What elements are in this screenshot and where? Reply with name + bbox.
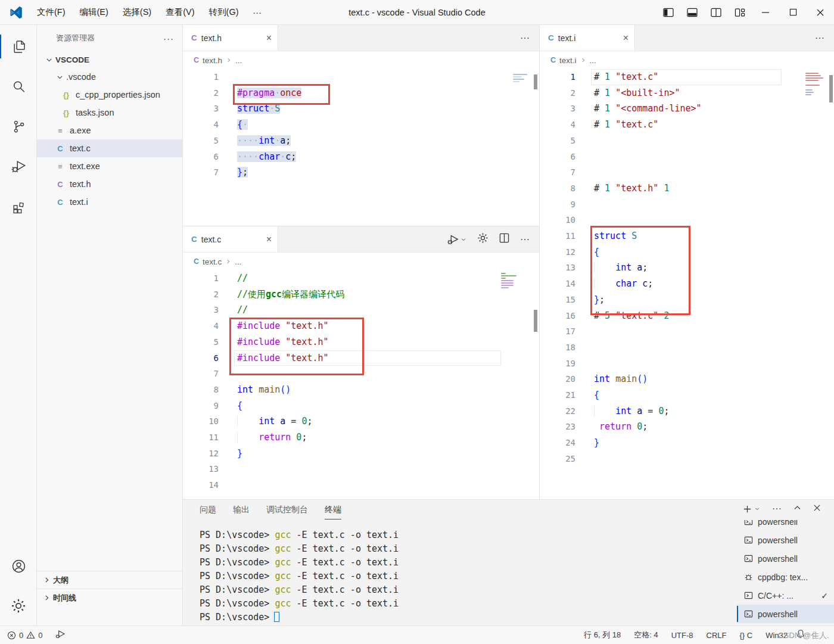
editor-more-actions-icon[interactable]: ··· (520, 234, 530, 245)
panel-more-actions-icon[interactable]: ··· (772, 503, 782, 514)
code-line[interactable]: 11 return 0; (183, 430, 539, 446)
code-line[interactable]: 3// (183, 302, 539, 318)
account-icon[interactable] (0, 549, 37, 583)
split-editor-icon[interactable] (499, 233, 509, 245)
close-button[interactable] (807, 0, 834, 25)
settings-icon[interactable] (0, 589, 37, 623)
code-line[interactable]: 6#include "text.h" (183, 350, 539, 366)
tab-text-h[interactable]: C text.h × (183, 25, 278, 51)
panel-tab-终端[interactable]: 终端 (325, 505, 341, 519)
debug-status-icon[interactable] (54, 629, 66, 641)
close-tab-icon[interactable]: × (266, 234, 272, 245)
status-item[interactable]: Win32 (765, 631, 788, 640)
search-icon[interactable] (0, 70, 37, 103)
code-line[interactable]: 4{· (183, 117, 539, 133)
code-line[interactable]: 13 int a; (540, 260, 834, 276)
code-line[interactable]: 9 (540, 197, 834, 213)
scrollbar[interactable] (534, 74, 537, 89)
code-line[interactable]: 4#include "text.h" (183, 318, 539, 334)
tree-item-text.h[interactable]: Ctext.h (37, 175, 182, 193)
code-line[interactable]: 3# 1 "<command-line>" (540, 101, 834, 117)
minimap[interactable] (501, 273, 518, 288)
code-line[interactable]: 4# 1 "text.c" (540, 117, 834, 133)
close-tab-icon[interactable]: × (623, 33, 628, 43)
code-line[interactable]: 5 (540, 133, 834, 149)
code-line[interactable]: 8# 1 "text.h" 1 (540, 181, 834, 197)
menu-item[interactable]: 文件(F) (30, 4, 73, 21)
new-terminal-icon[interactable] (743, 505, 760, 514)
terminal-output[interactable]: PS D:\vscode> gcc -E text.c -o text.iPS … (200, 528, 732, 623)
explorer-more-icon[interactable]: ··· (163, 33, 174, 43)
source-control-icon[interactable] (0, 110, 37, 143)
tree-item-text.c[interactable]: Ctext.c (37, 139, 182, 157)
code-line[interactable]: 1 (183, 69, 539, 85)
tree-item-.vscode[interactable]: .vscode (37, 68, 182, 86)
menu-item[interactable]: ··· (245, 5, 269, 20)
tree-root-vscode[interactable]: VSCODE (37, 51, 182, 68)
tree-item-text.i[interactable]: Ctext.i (37, 193, 182, 211)
close-tab-icon[interactable]: × (266, 33, 272, 43)
code-line[interactable]: 12} (183, 446, 539, 462)
code-line[interactable]: 13 (183, 461, 539, 477)
extensions-icon[interactable] (0, 189, 37, 223)
code-line[interactable]: 7 (183, 366, 539, 382)
status-item[interactable]: CRLF (707, 631, 727, 640)
problems-status[interactable]: 0 0 (7, 631, 42, 640)
scrollbar[interactable] (534, 310, 537, 332)
scrollbar[interactable] (829, 75, 833, 102)
minimap[interactable] (805, 73, 823, 95)
code-line[interactable]: 7}; (183, 164, 539, 181)
editor-more-actions-icon[interactable]: ··· (815, 33, 824, 43)
code-line[interactable]: 10 (540, 212, 834, 228)
code-line[interactable]: 25 (540, 451, 834, 467)
code-line[interactable]: 11struct S (540, 228, 834, 244)
run-debug-file-icon[interactable] (446, 234, 466, 245)
tab-text-i[interactable]: C text.i × (540, 25, 635, 51)
code-line[interactable]: 1# 1 "text.c" (540, 69, 834, 85)
code-line[interactable]: 3struct·S (183, 101, 539, 117)
minimap[interactable] (513, 74, 530, 82)
toggle-panel-icon[interactable] (680, 4, 704, 21)
code-line[interactable]: 5····int·a; (183, 133, 539, 149)
tree-item-c-cpp-properties.json[interactable]: {}c_cpp_properties.json (37, 86, 182, 104)
terminal-list-item-powershell[interactable]: powershell (737, 531, 834, 549)
run-debug-icon[interactable] (0, 150, 37, 183)
minimize-button[interactable] (752, 0, 779, 25)
notifications-bell-icon[interactable] (796, 629, 805, 640)
explorer-icon[interactable] (0, 30, 37, 63)
code-line[interactable]: 6····char·c; (183, 149, 539, 165)
terminal-list-item-powershell[interactable]: powershell (737, 520, 834, 531)
breadcrumb[interactable]: C text.h ... (183, 51, 539, 69)
maximize-button[interactable] (779, 0, 807, 25)
code-line[interactable]: 15}; (540, 292, 834, 308)
status-item[interactable]: 行 6, 列 18 (584, 630, 621, 640)
panel-tab-调试控制台[interactable]: 调试控制台 (266, 505, 308, 519)
tree-item-a.exe[interactable]: ≡a.exe (37, 122, 182, 139)
terminal-list-item-cppdbg-tex-[interactable]: cppdbg: tex... (737, 568, 834, 586)
breadcrumb[interactable]: C text.c ... (183, 253, 539, 270)
code-line[interactable]: 14 char c; (540, 276, 834, 292)
menu-item[interactable]: 选择(S) (116, 4, 158, 21)
code-line[interactable]: 5#include "text.h" (183, 334, 539, 350)
close-panel-icon[interactable] (813, 503, 821, 514)
code-line[interactable]: 23 return 0; (540, 419, 834, 435)
code-line[interactable]: 24} (540, 435, 834, 451)
code-line[interactable]: 21{ (540, 387, 834, 403)
code-line[interactable]: 1// (183, 270, 539, 287)
editor-more-actions-icon[interactable]: ··· (520, 33, 530, 43)
maximize-panel-icon[interactable] (793, 503, 801, 514)
sidebar-section-时间线[interactable]: 时间线 (37, 589, 182, 606)
code-line[interactable]: 12{ (540, 244, 834, 260)
status-item[interactable]: 空格: 4 (634, 630, 658, 640)
code-line[interactable]: 17 (540, 323, 834, 340)
code-line[interactable]: 22 int a = 0; (540, 403, 834, 419)
status-item[interactable]: UTF-8 (671, 631, 693, 640)
settings-gear-icon[interactable] (477, 232, 488, 246)
tree-item-text.exe[interactable]: ≡text.exe (37, 157, 182, 175)
code-line[interactable]: 2#pragma·once (183, 85, 539, 101)
code-line[interactable]: 16# 5 "text.c" 2 (540, 308, 834, 324)
code-line[interactable]: 8int main() (183, 382, 539, 398)
code-line[interactable]: 7 (540, 164, 834, 181)
panel-tab-问题[interactable]: 问题 (200, 505, 216, 519)
code-line[interactable]: 2# 1 "<built-in>" (540, 85, 834, 101)
